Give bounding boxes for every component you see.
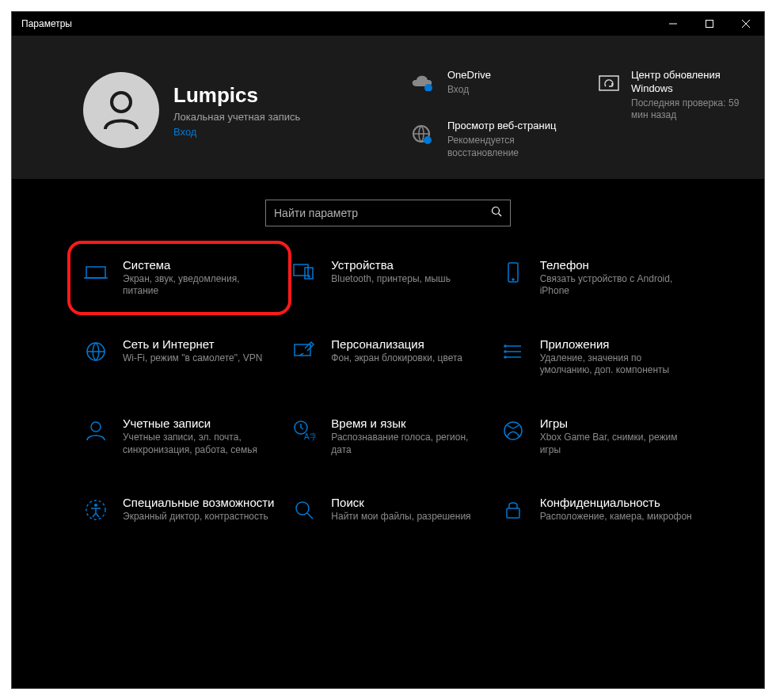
tile-desc: Bluetooth, принтеры, мышь — [331, 273, 484, 286]
tile-title: Специальные возможности — [123, 496, 276, 509]
search-box[interactable] — [265, 200, 511, 226]
update-icon — [598, 69, 620, 97]
avatar — [83, 72, 159, 148]
svg-point-23 — [504, 345, 506, 347]
onedrive-status[interactable]: OneDrive Вход — [408, 69, 582, 96]
update-subtitle: Последняя проверка: 59 мин назад — [631, 97, 740, 122]
tile-title: Время и язык — [331, 417, 484, 430]
cloud-icon — [408, 69, 436, 91]
tile-desc: Экранный диктор, контрастность — [123, 511, 276, 523]
search-input[interactable] — [274, 207, 491, 219]
header-panel: Lumpics Локальная учетная запись Вход On… — [12, 36, 764, 179]
browser-title: Просмотр веб-страниц — [447, 120, 582, 133]
tile-system[interactable]: Система Экран, звук, уведомления, питани… — [67, 241, 291, 315]
tile-desc: Экран, звук, уведомления, питание — [123, 273, 276, 298]
tile-desc: Фон, экран блокировки, цвета — [331, 352, 484, 365]
tile-desc: Найти мои файлы, разрешения — [331, 511, 484, 523]
close-button[interactable] — [728, 12, 764, 36]
svg-rect-8 — [599, 76, 618, 90]
account-type: Локальная учетная запись — [173, 111, 300, 123]
tile-title: Система — [123, 258, 276, 272]
tile-desc: Распознавание голоса, регион, дата — [331, 432, 484, 456]
settings-window: Параметры Lumpics Локальная учетная запи… — [11, 11, 765, 689]
lock-icon — [500, 497, 526, 523]
profile-block[interactable]: Lumpics Локальная учетная запись Вход — [83, 61, 392, 160]
update-title: Центр обновления Windows — [631, 69, 740, 96]
tile-apps[interactable]: Приложения Удаление, значения по умолчан… — [500, 337, 693, 377]
tile-desc: Связать устройство с Android, iPhone — [540, 273, 693, 298]
onedrive-title: OneDrive — [447, 69, 582, 82]
svg-rect-13 — [294, 264, 308, 276]
tile-desc: Xbox Game Bar, снимки, режим игры — [540, 432, 693, 456]
svg-line-10 — [499, 214, 502, 217]
svg-rect-1 — [706, 21, 713, 28]
browser-subtitle: Рекомендуется восстановление — [447, 135, 582, 159]
tile-title: Телефон — [540, 258, 693, 272]
svg-rect-11 — [86, 267, 105, 278]
svg-point-25 — [504, 356, 506, 358]
tile-title: Поиск — [331, 496, 484, 509]
devices-icon — [291, 260, 317, 285]
svg-point-4 — [112, 93, 131, 112]
minimize-button[interactable] — [655, 12, 691, 36]
tile-title: Конфиденциальность — [540, 496, 693, 509]
svg-rect-34 — [507, 508, 519, 518]
profile-text: Lumpics Локальная учетная запись Вход — [173, 83, 300, 138]
tile-devices[interactable]: Устройства Bluetooth, принтеры, мышь — [291, 258, 484, 298]
categories-grid: Система Экран, звук, уведомления, питани… — [59, 258, 717, 523]
main-panel: Система Экран, звук, уведомления, питани… — [12, 179, 764, 688]
svg-point-24 — [504, 351, 506, 352]
svg-line-33 — [307, 513, 313, 519]
tile-personalization[interactable]: Персонализация Фон, экран блокировки, цв… — [291, 337, 484, 377]
tile-desc: Учетные записи, эл. почта, синхронизация… — [123, 432, 276, 456]
tile-search[interactable]: Поиск Найти мои файлы, разрешения — [291, 496, 484, 523]
tile-desc: Расположение, камера, микрофон — [540, 511, 693, 523]
tile-title: Учетные записи — [123, 417, 276, 430]
tile-desc: Удаление, значения по умолчанию, доп. ко… — [540, 352, 693, 377]
svg-text:A字: A字 — [304, 432, 316, 441]
svg-point-9 — [493, 207, 500, 215]
tile-accessibility[interactable]: Специальные возможности Экранный диктор,… — [83, 496, 276, 523]
brush-icon — [291, 339, 317, 364]
login-link[interactable]: Вход — [173, 126, 300, 138]
tile-title: Игры — [540, 417, 693, 430]
search-icon — [491, 206, 502, 219]
tile-title: Приложения — [540, 337, 693, 351]
windows-update-status[interactable]: Центр обновления Windows Последняя прове… — [598, 69, 740, 160]
globe-icon — [83, 339, 108, 364]
status-column: OneDrive Вход Просмотр веб-страниц Реком… — [408, 69, 582, 160]
accessibility-icon — [83, 497, 108, 523]
tile-network[interactable]: Сеть и Интернет Wi-Fi, режим "в самолете… — [83, 337, 276, 377]
tile-title: Устройства — [331, 258, 484, 272]
tile-phone[interactable]: Телефон Связать устройство с Android, iP… — [500, 258, 693, 298]
tile-time-language[interactable]: A字 Время и язык Распознавание голоса, ре… — [291, 417, 484, 456]
maximize-button[interactable] — [691, 12, 728, 36]
svg-point-15 — [308, 276, 310, 277]
person-icon — [83, 418, 108, 443]
apps-icon — [500, 339, 526, 364]
onedrive-subtitle: Вход — [447, 84, 582, 97]
search-icon — [291, 497, 317, 523]
tile-privacy[interactable]: Конфиденциальность Расположение, камера,… — [500, 496, 693, 523]
svg-point-32 — [296, 502, 309, 515]
svg-point-31 — [94, 504, 97, 507]
titlebar: Параметры — [12, 12, 764, 36]
tile-accounts[interactable]: Учетные записи Учетные записи, эл. почта… — [83, 417, 276, 456]
browser-status[interactable]: Просмотр веб-страниц Рекомендуется восст… — [408, 120, 582, 159]
time-language-icon: A字 — [291, 418, 317, 443]
globe-icon — [408, 120, 436, 146]
svg-point-17 — [512, 279, 514, 280]
window-title: Параметры — [21, 18, 72, 29]
svg-point-7 — [424, 136, 432, 144]
tile-title: Сеть и Интернет — [123, 337, 276, 351]
tile-desc: Wi-Fi, режим "в самолете", VPN — [123, 352, 276, 365]
monitor-icon — [83, 260, 108, 285]
profile-name: Lumpics — [173, 83, 300, 108]
svg-point-26 — [91, 422, 101, 432]
phone-icon — [500, 260, 526, 285]
tile-gaming[interactable]: Игры Xbox Game Bar, снимки, режим игры — [500, 417, 693, 456]
xbox-icon — [500, 418, 526, 443]
tile-title: Персонализация — [331, 337, 484, 351]
